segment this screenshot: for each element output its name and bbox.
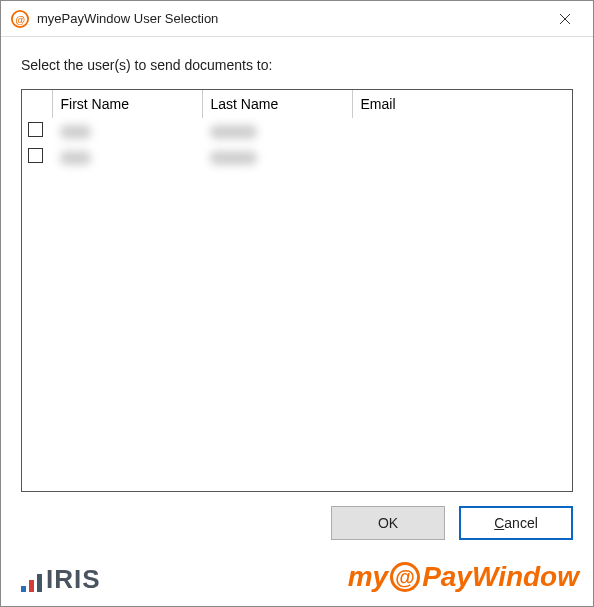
app-icon: @ [11,10,29,28]
myepaywindow-logo: my @ PayWindow [348,562,579,592]
column-first-name[interactable]: First Name [52,90,202,118]
ok-button[interactable]: OK [331,506,445,540]
instruction-text: Select the user(s) to send documents to: [21,57,573,73]
cell-first-name: David [60,125,91,139]
row-checkbox[interactable] [28,122,43,137]
row-checkbox[interactable] [28,148,43,163]
table-header-row: First Name Last Name Email [22,90,572,118]
logo-suffix: PayWindow [422,563,579,591]
cancel-button-label: Cancel [494,515,538,531]
table-row[interactable]: David Bloxham [22,118,572,144]
close-icon [559,13,571,25]
cell-last-name: Bloxham [210,151,257,165]
iris-logo-text: IRIS [46,566,101,592]
column-checkbox [22,90,52,118]
user-grid: First Name Last Name Email David Bloxham… [21,89,573,492]
svg-text:@: @ [15,13,25,24]
at-icon: @ [390,562,420,592]
iris-logo: IRIS [21,566,101,592]
cancel-button[interactable]: Cancel [459,506,573,540]
close-button[interactable] [545,4,585,34]
cell-first-name: David [60,151,91,165]
table-row[interactable]: David Bloxham [22,144,572,170]
user-table: First Name Last Name Email David Bloxham… [22,90,572,170]
column-last-name[interactable]: Last Name [202,90,352,118]
cell-last-name: Bloxham [210,125,257,139]
iris-bars-icon [21,570,42,592]
title-bar: @ myePayWindow User Selection [1,1,593,37]
footer: IRIS my @ PayWindow [1,562,593,606]
logo-prefix: my [348,563,388,591]
button-row: OK Cancel [21,506,573,540]
column-email[interactable]: Email [352,90,572,118]
window-title: myePayWindow User Selection [37,11,545,26]
dialog-content: Select the user(s) to send documents to:… [1,37,593,562]
ok-button-label: OK [378,515,398,531]
